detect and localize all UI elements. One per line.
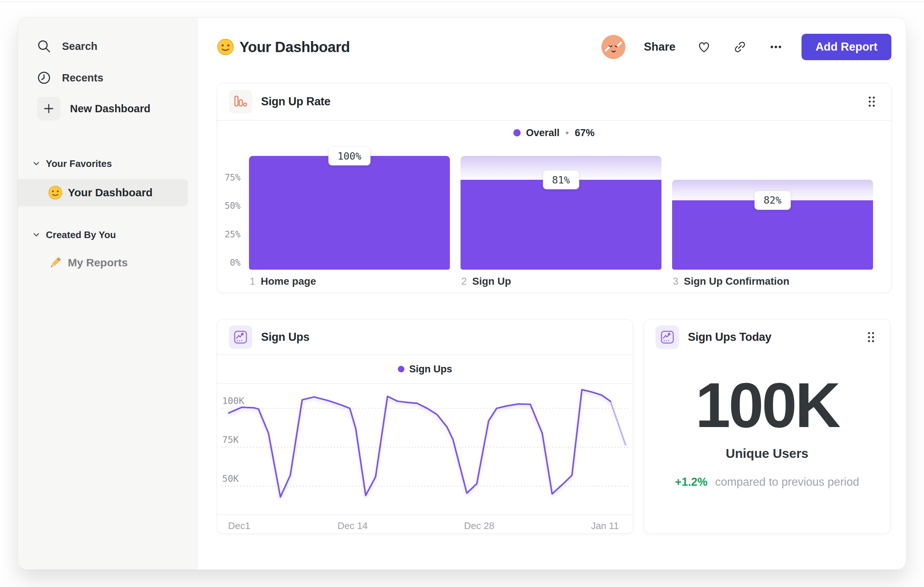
main-content: Your Dashboard Share — [198, 18, 906, 569]
clock-icon — [37, 71, 51, 85]
sidebar-section-your-favorites[interactable]: Your Favorites — [18, 159, 197, 169]
sign-ups-today-card-header: Sign Ups Today — [644, 319, 890, 354]
sidebar-item-search[interactable]: Search — [18, 35, 197, 57]
stat-label: Unique Users — [644, 446, 890, 461]
card-title: Sign Ups — [261, 331, 309, 344]
section-label: Your Favorites — [46, 158, 112, 169]
line-legend: Sign Ups — [217, 355, 633, 383]
funnel-y-tick: 75% — [217, 172, 241, 183]
section-label: Created By You — [46, 229, 116, 241]
sidebar-item-label: New Dashboard — [70, 103, 150, 115]
smiley-emoji — [48, 185, 63, 200]
sign-ups-card: Sign Ups Sign Ups 100K75K50K Dec1Dec 14D… — [217, 319, 633, 534]
line-x-tick: Dec1 — [228, 520, 251, 532]
sidebar: Search Recents New Dashboard Your Favori… — [18, 18, 198, 569]
legend-label: Sign Ups — [409, 364, 452, 375]
header-actions: Share Add Report — [601, 34, 891, 60]
chevron-down-icon — [33, 231, 40, 238]
funnel-bar-2[interactable]: 81%2Sign Up — [460, 145, 662, 270]
ellipsis-icon[interactable] — [769, 40, 783, 54]
stat-delta: +1.2% — [675, 475, 708, 488]
legend-value: 67% — [574, 127, 594, 139]
page-top-edge — [0, 2, 924, 2]
sidebar-item-recents[interactable]: Recents — [18, 67, 197, 89]
sidebar-item-label: Recents — [62, 72, 103, 84]
funnel-step-label: 2Sign Up — [461, 276, 511, 287]
legend-dot — [513, 129, 521, 136]
funnel-value-chip: 100% — [328, 146, 370, 165]
drag-handle-icon[interactable] — [868, 95, 879, 108]
sidebar-item-my-reports[interactable]: My Reports — [18, 251, 197, 274]
sidebar-section-created-by-you[interactable]: Created By You — [18, 230, 197, 240]
funnel-bar-3[interactable]: 82%3Sign Up Confirmation — [672, 145, 873, 270]
card-title: Sign Up Rate — [261, 95, 330, 108]
funnel-y-tick: 0% — [217, 258, 241, 268]
bottom-row: Sign Ups Sign Ups 100K75K50K Dec1Dec 14D… — [217, 319, 891, 534]
card-title: Sign Ups Today — [688, 331, 771, 344]
line-chart-icon — [229, 326, 252, 349]
sidebar-item-label: My Reports — [68, 256, 128, 269]
stat-delta-row: +1.2% compared to previous period — [644, 475, 890, 489]
funnel-legend: Overall • 67% — [217, 121, 891, 145]
funnel-bar-1[interactable]: 100%1Home page — [249, 145, 450, 270]
sign-up-rate-card: Sign Up Rate Overall • 67% 100%1Home pag… — [217, 83, 891, 293]
funnel-y-tick: 50% — [217, 201, 241, 211]
sidebar-item-label: Your Dashboard — [68, 186, 153, 199]
line-chart-plot: 100K75K50K — [217, 384, 633, 514]
line-x-tick: Dec 14 — [337, 520, 367, 532]
funnel-chart-body: 100%1Home page81%2Sign Up82%3Sign Up Con… — [217, 145, 891, 293]
sign-ups-card-header: Sign Ups — [217, 319, 633, 354]
legend-separator: • — [565, 127, 569, 139]
legend-dot — [398, 366, 404, 372]
sign-ups-line-svg — [217, 384, 633, 514]
slightly-smiling-face-emoji — [217, 38, 234, 56]
search-icon — [37, 39, 51, 53]
sidebar-item-label: Search — [62, 40, 97, 53]
page-title: Your Dashboard — [239, 39, 350, 55]
funnel-y-tick: 25% — [217, 229, 241, 240]
sidebar-item-your-dashboard[interactable]: Your Dashboard — [18, 179, 188, 206]
funnel-bars: 100%1Home page81%2Sign Up82%3Sign Up Con… — [249, 145, 873, 270]
sidebar-item-new-dashboard[interactable]: New Dashboard — [18, 97, 197, 120]
funnel-value-chip: 82% — [755, 191, 791, 210]
line-x-tick: Jan 11 — [591, 520, 619, 532]
avatar[interactable] — [601, 35, 625, 59]
legend-label: Overall — [526, 127, 559, 139]
sign-up-rate-card-header: Sign Up Rate — [217, 83, 891, 120]
share-button[interactable]: Share — [644, 40, 675, 54]
stat-delta-note: compared to previous period — [715, 475, 859, 488]
line-chart-x-axis: Dec1Dec 14Dec 28Jan 11 — [217, 514, 633, 534]
pencil-emoji — [48, 255, 63, 270]
funnel-step-label: 1Home page — [250, 276, 316, 287]
sign-ups-today-card: Sign Ups Today 100K Unique Users +1.2% c… — [644, 319, 891, 534]
add-report-button[interactable]: Add Report — [802, 34, 891, 60]
funnel-value-chip: 81% — [543, 170, 579, 189]
dashboard-header: Your Dashboard Share — [217, 34, 891, 60]
bar-chart-icon — [229, 90, 252, 113]
stat-value: 100K — [644, 374, 890, 437]
line-x-tick: Dec 28 — [464, 520, 494, 532]
drag-handle-icon[interactable] — [868, 331, 879, 344]
heart-icon[interactable] — [697, 40, 711, 54]
chevron-down-icon — [33, 160, 40, 167]
app-window: Search Recents New Dashboard Your Favori… — [18, 17, 906, 570]
plus-icon — [37, 97, 61, 120]
link-icon[interactable] — [733, 40, 747, 54]
line-chart-icon — [656, 326, 679, 349]
funnel-step-label: 3Sign Up Confirmation — [673, 276, 789, 287]
